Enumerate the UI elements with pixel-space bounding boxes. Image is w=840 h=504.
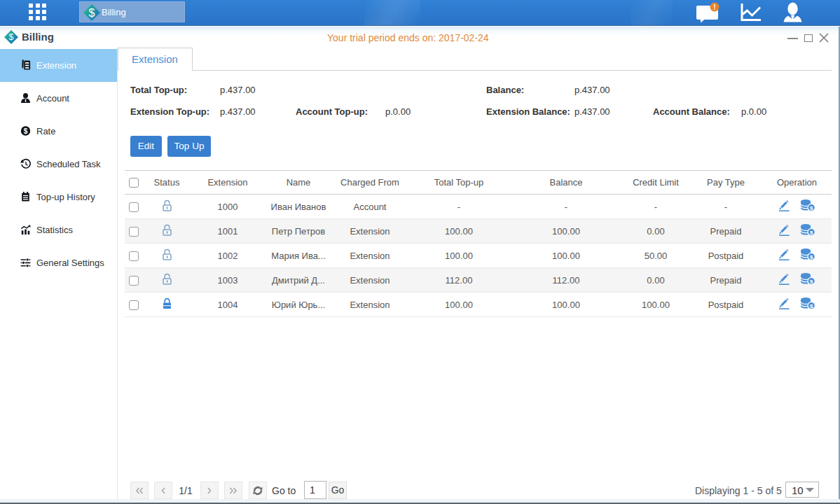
svg-text:$: $ xyxy=(810,254,813,260)
svg-text:$: $ xyxy=(24,127,28,135)
svg-text:$: $ xyxy=(810,279,813,285)
svg-text:$: $ xyxy=(810,303,813,309)
svg-text:!: ! xyxy=(713,4,715,11)
svg-text:$: $ xyxy=(810,230,813,236)
svg-text:$: $ xyxy=(9,32,14,42)
svg-text:$: $ xyxy=(810,205,813,211)
svg-text:$: $ xyxy=(89,7,95,19)
